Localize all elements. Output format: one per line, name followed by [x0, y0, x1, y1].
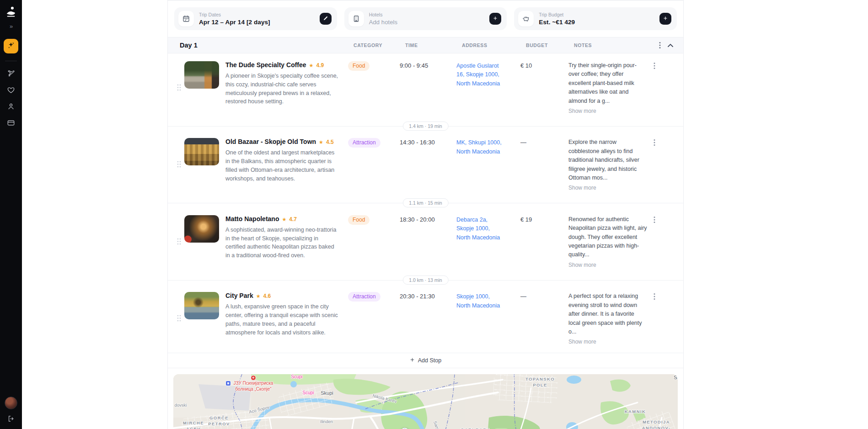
plus-icon — [663, 16, 668, 22]
credit-card-icon — [7, 119, 15, 129]
map-base-layer — [173, 374, 678, 429]
drag-handle-icon[interactable] — [177, 314, 182, 324]
stop-rating: 4.6 — [263, 293, 271, 299]
map-canvas[interactable]: + ЈЗУ Психијатриска болница „Скопје“Scup… — [173, 374, 678, 429]
stop-photo — [184, 292, 219, 319]
column-header-time: TIME — [405, 42, 462, 48]
stop-description: A pioneer in Skopje's specialty coffee s… — [225, 72, 340, 106]
show-more-link[interactable]: Show more — [568, 338, 647, 346]
stop-time: 18:30 - 20:00 — [400, 215, 456, 269]
stop-row: City Park ★ 4.6 A lush, expansive green … — [168, 284, 683, 352]
travel-distance-separator: 1.4 km · 19 min — [168, 122, 683, 130]
stop-address-link[interactable]: MK, Shkupi 1000, North Macedonia — [456, 138, 520, 192]
stop-notes: Explore the narrow cobblestone alleys to… — [568, 138, 654, 192]
logout-icon[interactable] — [7, 415, 15, 424]
stop-name: The Dude Specialty Coffee — [225, 61, 306, 69]
hotels-card[interactable]: Hotels Add hotels — [344, 7, 507, 30]
drag-handle-icon[interactable] — [177, 160, 182, 170]
collapse-day-button[interactable] — [667, 43, 674, 48]
sidebar-item-trips[interactable] — [3, 69, 19, 80]
column-header-category: CATEGORY — [354, 42, 405, 48]
stop-row: Old Bazaar - Skopje Old Town ★ 4.5 One o… — [168, 130, 683, 198]
stop-description: A lush, expansive green space in the cit… — [225, 302, 340, 337]
stop-menu-button[interactable] — [654, 292, 655, 346]
hotels-placeholder: Add hotels — [369, 19, 397, 26]
drag-handle-icon[interactable] — [177, 238, 182, 247]
travel-distance-separator: 1.1 km · 15 min — [168, 199, 683, 207]
stop-address-link[interactable]: Skopje 1000, North Macedonia — [456, 292, 520, 346]
stop-notes: Renowned for authentic Neapolitan pizza … — [568, 215, 654, 269]
add-budget-button[interactable] — [659, 13, 671, 25]
show-more-link[interactable]: Show more — [568, 107, 647, 116]
stop-address-link[interactable]: Apostle Guslarot 16, Skopje 1000, North … — [456, 61, 520, 115]
trip-budget-label: Trip Budget — [539, 12, 575, 17]
trip-budget-card[interactable]: Trip Budget Est. ~€1 429 — [514, 7, 677, 30]
sidebar-item-ai-planner[interactable] — [4, 39, 18, 53]
add-hotel-button[interactable] — [489, 13, 501, 25]
stop-menu-button[interactable] — [654, 138, 655, 192]
column-header-notes: NOTES — [574, 42, 659, 48]
stop-address-link[interactable]: Debarca 2a, Skopje 1000, North Macedonia — [456, 215, 520, 269]
stop-photo — [184, 215, 219, 243]
stop-description: A sophisticated, award-winning neo-tratt… — [225, 226, 340, 260]
hotels-label: Hotels — [369, 12, 397, 17]
stop-menu-button[interactable] — [654, 215, 655, 269]
sidebar: » — [0, 0, 22, 429]
plus-icon — [410, 357, 415, 364]
heart-icon — [7, 86, 15, 96]
app-logo-icon[interactable] — [5, 5, 17, 18]
plus-icon — [493, 16, 498, 22]
user-icon — [7, 102, 15, 112]
column-header-address: ADDRESS — [462, 42, 526, 48]
stop-name: City Park — [225, 292, 253, 299]
sidebar-expand-icon[interactable]: » — [10, 23, 12, 30]
sidebar-item-billing[interactable] — [3, 118, 19, 130]
calendar-icon — [178, 11, 194, 26]
stop-photo — [184, 61, 219, 89]
category-badge: Attraction — [348, 138, 380, 148]
show-more-link[interactable]: Show more — [568, 184, 647, 192]
trip-dates-label: Trip Dates — [199, 12, 270, 17]
stop-notes: Try their single-origin pour-over coffee… — [568, 61, 654, 115]
hotel-building-icon — [348, 11, 364, 26]
trip-dates-card[interactable]: Trip Dates Apr 12 – Apr 14 [2 days] — [174, 7, 337, 30]
trip-dates-value: Apr 12 – Apr 14 [2 days] — [199, 19, 270, 26]
sidebar-divider — [5, 61, 17, 61]
stop-notes: A perfect spot for a relaxing evening st… — [568, 292, 654, 346]
piggy-bank-icon — [518, 11, 534, 26]
edit-dates-button[interactable] — [320, 13, 332, 25]
day-menu-button[interactable] — [659, 42, 661, 49]
stop-rating: 4.9 — [316, 62, 324, 69]
stop-time: 20:30 - 21:30 — [400, 292, 456, 346]
show-more-link[interactable]: Show more — [568, 261, 647, 270]
sidebar-item-favorites[interactable] — [3, 85, 19, 97]
stop-budget: € 19 — [520, 215, 568, 269]
stop-rating: 4.7 — [289, 216, 297, 222]
category-badge: Food — [348, 61, 370, 71]
pencil-icon — [323, 16, 328, 22]
star-icon: ★ — [256, 293, 261, 299]
star-icon: ★ — [319, 139, 323, 145]
travel-distance-pill: 1.4 km · 19 min — [402, 122, 448, 131]
column-header-budget: BUDGET — [526, 42, 574, 48]
day-header: Day 1 CATEGORY TIME ADDRESS BUDGET NOTES — [168, 37, 683, 53]
avatar[interactable] — [5, 397, 17, 409]
stop-menu-button[interactable] — [654, 61, 655, 115]
category-badge: Attraction — [348, 292, 380, 302]
travel-distance-separator: 1.0 km · 13 min — [168, 275, 683, 284]
plane-icon — [7, 69, 15, 79]
travel-distance-pill: 1.1 km · 15 min — [402, 198, 448, 207]
drag-handle-icon[interactable] — [177, 84, 182, 93]
stop-photo — [184, 138, 219, 165]
add-stop-label: Add Stop — [418, 357, 441, 364]
stop-budget: € 10 — [520, 61, 568, 115]
star-icon: ★ — [309, 63, 314, 69]
add-stop-button[interactable]: Add Stop — [168, 353, 683, 368]
stop-budget: — — [520, 138, 568, 192]
category-badge: Food — [348, 215, 370, 225]
stop-time: 14:30 - 16:30 — [400, 138, 456, 192]
stop-row: Matto Napoletano ★ 4.7 A sophisticated, … — [168, 207, 683, 275]
stop-budget: — — [520, 292, 568, 346]
sidebar-item-profile[interactable] — [3, 101, 19, 113]
travel-distance-pill: 1.0 km · 13 min — [402, 275, 448, 285]
